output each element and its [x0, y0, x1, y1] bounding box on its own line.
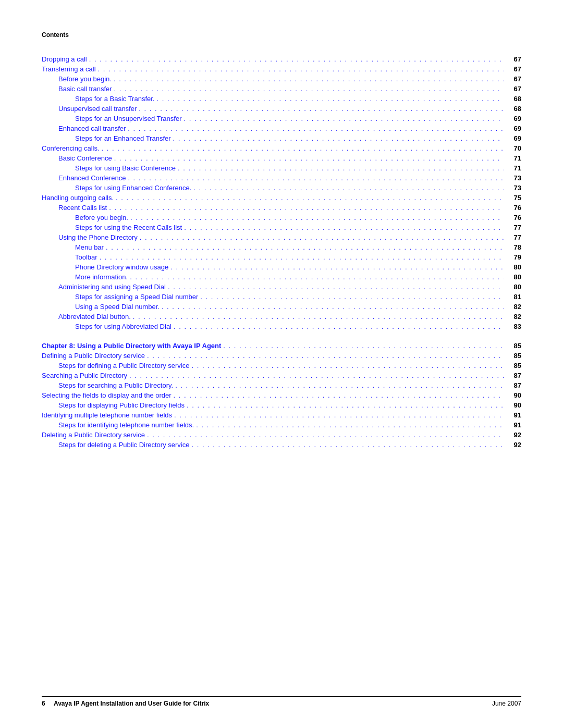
toc-title-steps-basic-transfer[interactable]: Steps for a Basic Transfer.: [75, 95, 154, 103]
toc-dots: . . . . . . . . . . . . . . . . . . . . …: [116, 194, 504, 202]
toc-row[interactable]: Searching a Public Directory . . . . . .…: [42, 371, 521, 380]
toc-row[interactable]: More information. . . . . . . . . . . . …: [42, 272, 521, 282]
toc-title-dropping-a-call[interactable]: Dropping a call: [42, 55, 87, 63]
toc-dots: . . . . . . . . . . . . . . . . . . . . …: [129, 372, 504, 379]
toc-row[interactable]: Abbreviated Dial button. . . . . . . . .…: [42, 312, 521, 322]
toc-page-unsupervised-call-transfer: 68: [506, 105, 521, 113]
toc-row[interactable]: Steps for using Enhanced Conference. . .…: [42, 183, 521, 193]
toc-title-conferencing-calls[interactable]: Conferencing calls.: [42, 144, 100, 152]
footer-date: June 2007: [492, 700, 521, 707]
toc-row[interactable]: Steps for an Enhanced Transfer . . . . .…: [42, 133, 521, 143]
toc-row[interactable]: Steps for displaying Public Directory fi…: [42, 400, 521, 410]
toc-title-steps-enhanced-conference[interactable]: Steps for using Enhanced Conference.: [75, 184, 191, 192]
toc-title-basic-call-transfer[interactable]: Basic call transfer: [58, 85, 112, 93]
toc-title-steps-unsupervised-transfer[interactable]: Steps for an Unsupervised Transfer: [75, 115, 182, 122]
toc-page-steps-enhanced-transfer: 69: [506, 134, 521, 142]
toc-row[interactable]: Dropping a call . . . . . . . . . . . . …: [42, 54, 521, 64]
toc-dots: . . . . . . . . . . . . . . . . . . . . …: [174, 411, 504, 419]
toc-row[interactable]: Toolbar . . . . . . . . . . . . . . . . …: [42, 252, 521, 262]
toc-title-using-phone-directory[interactable]: Using the Phone Directory: [58, 233, 138, 241]
toc-title-steps-telephone-fields[interactable]: Steps for identifying telephone number f…: [58, 421, 194, 429]
toc-page-recent-calls-list: 76: [506, 204, 521, 212]
toc-row[interactable]: Using a Speed Dial number. . . . . . . .…: [42, 302, 521, 312]
toc-title-defining-public-directory[interactable]: Defining a Public Directory service: [42, 352, 145, 360]
toc-title-phone-directory-window-usage[interactable]: Phone Directory window usage: [75, 263, 168, 271]
toc-row[interactable]: Before you begin. . . . . . . . . . . . …: [42, 74, 521, 84]
toc-row[interactable]: Steps for a Basic Transfer. . . . . . . …: [42, 94, 521, 104]
toc-title-enhanced-call-transfer[interactable]: Enhanced call transfer: [58, 125, 126, 132]
toc-title-unsupervised-call-transfer[interactable]: Unsupervised call transfer: [58, 105, 137, 113]
toc-row[interactable]: Steps for identifying telephone number f…: [42, 420, 521, 430]
toc-row[interactable]: Selecting the fields to display and the …: [42, 390, 521, 400]
toc-row[interactable]: Menu bar . . . . . . . . . . . . . . . .…: [42, 242, 521, 252]
toc-title-menu-bar[interactable]: Menu bar: [75, 243, 104, 251]
toc-page-toolbar: 79: [506, 253, 521, 261]
toc-page-steps-deleting-public-directory: 92: [506, 441, 521, 449]
toc-title-basic-conference[interactable]: Basic Conference: [58, 154, 112, 162]
toc-row[interactable]: Basic Conference . . . . . . . . . . . .…: [42, 153, 521, 163]
toc-title-steps-deleting-public-directory[interactable]: Steps for deleting a Public Directory se…: [58, 441, 189, 449]
toc-title-steps-displaying-fields[interactable]: Steps for displaying Public Directory fi…: [58, 401, 185, 409]
toc-title-before-you-begin-1[interactable]: Before you begin.: [58, 75, 112, 83]
toc-title-abbreviated-dial-button[interactable]: Abbreviated Dial button.: [58, 313, 131, 320]
toc-row[interactable]: Deleting a Public Directory service . . …: [42, 430, 521, 440]
toc-page-steps-defining-public-directory: 85: [506, 362, 521, 369]
toc-page-steps-speed-dial-number: 81: [506, 293, 521, 301]
toc-page-steps-telephone-fields: 91: [506, 421, 521, 429]
toc-row[interactable]: Steps for an Unsupervised Transfer . . .…: [42, 114, 521, 124]
toc-dots: . . . . . . . . . . . . . . . . . . . . …: [193, 184, 504, 192]
toc-dots: . . . . . . . . . . . . . . . . . . . . …: [139, 105, 504, 113]
toc-title-steps-basic-conference[interactable]: Steps for using Basic Conference: [75, 164, 176, 172]
toc-row[interactable]: Conferencing calls. . . . . . . . . . . …: [42, 143, 521, 153]
toc-row[interactable]: Before you begin. . . . . . . . . . . . …: [42, 213, 521, 223]
toc-row[interactable]: Steps for searching a Public Directory. …: [42, 380, 521, 390]
toc-row[interactable]: Using the Phone Directory . . . . . . . …: [42, 232, 521, 242]
toc-row[interactable]: Chapter 8: Using a Public Directory with…: [42, 341, 521, 351]
toc-page-searching-public-directory: 87: [506, 372, 521, 379]
toc-row[interactable]: Transferring a call . . . . . . . . . . …: [42, 64, 521, 74]
toc-row[interactable]: Steps for using Basic Conference . . . .…: [42, 163, 521, 173]
toc-dots: . . . . . . . . . . . . . . . . . . . . …: [162, 303, 504, 311]
toc-dots: . . . . . . . . . . . . . . . . . . . . …: [128, 174, 504, 182]
toc-title-identifying-telephone-fields[interactable]: Identifying multiple telephone number fi…: [42, 411, 172, 419]
toc-title-recent-calls-list[interactable]: Recent Calls list: [58, 204, 107, 212]
toc-row[interactable]: Steps for using Abbreviated Dial . . . .…: [42, 322, 521, 331]
toc-title-chapter-8[interactable]: Chapter 8: Using a Public Directory with…: [42, 342, 221, 350]
toc-row[interactable]: Recent Calls list . . . . . . . . . . . …: [42, 203, 521, 213]
toc-row[interactable]: Enhanced call transfer . . . . . . . . .…: [42, 124, 521, 133]
toc-title-steps-abbreviated-dial[interactable]: Steps for using Abbreviated Dial: [75, 323, 172, 330]
toc-row[interactable]: Steps for assigning a Speed Dial number …: [42, 292, 521, 302]
toc-title-admin-speed-dial[interactable]: Administering and using Speed Dial: [58, 283, 166, 291]
toc-row[interactable]: Identifying multiple telephone number fi…: [42, 410, 521, 420]
footer-book-title: Avaya IP Agent Installation and User Gui…: [54, 700, 209, 707]
toc-title-selecting-fields[interactable]: Selecting the fields to display and the …: [42, 391, 172, 399]
toc-title-searching-public-directory[interactable]: Searching a Public Directory: [42, 372, 127, 379]
toc-title-toolbar[interactable]: Toolbar: [75, 253, 97, 261]
toc-row[interactable]: Defining a Public Directory service . . …: [42, 351, 521, 361]
toc-row[interactable]: Phone Directory window usage . . . . . .…: [42, 262, 521, 272]
toc-title-steps-searching-public-directory[interactable]: Steps for searching a Public Directory.: [58, 381, 173, 389]
toc-title-using-speed-dial-number[interactable]: Using a Speed Dial number.: [75, 303, 160, 311]
toc-row[interactable]: Unsupervised call transfer . . . . . . .…: [42, 104, 521, 114]
toc-row[interactable]: Basic call transfer . . . . . . . . . . …: [42, 84, 521, 94]
page-wrapper: Contents Dropping a call . . . . . . . .…: [0, 0, 563, 728]
toc-page-menu-bar: 78: [506, 243, 521, 251]
toc-title-before-you-begin-2[interactable]: Before you begin.: [75, 214, 128, 221]
toc-title-transferring-a-call[interactable]: Transferring a call: [42, 65, 96, 73]
toc-row[interactable]: Steps for using the Recent Calls list . …: [42, 223, 521, 232]
toc-row[interactable]: Steps for defining a Public Directory se…: [42, 361, 521, 371]
toc-dots: . . . . . . . . . . . . . . . . . . . . …: [174, 323, 504, 330]
toc-title-handling-outgoing-calls[interactable]: Handling outgoing calls.: [42, 194, 114, 202]
toc-title-steps-speed-dial-number[interactable]: Steps for assigning a Speed Dial number: [75, 293, 198, 301]
toc-title-more-information[interactable]: More information.: [75, 273, 128, 281]
toc-title-enhanced-conference[interactable]: Enhanced Conference: [58, 174, 126, 182]
toc-row[interactable]: Enhanced Conference . . . . . . . . . . …: [42, 173, 521, 183]
toc-row[interactable]: Administering and using Speed Dial . . .…: [42, 282, 521, 292]
toc-page-steps-abbreviated-dial: 83: [506, 323, 521, 330]
toc-row[interactable]: Handling outgoing calls. . . . . . . . .…: [42, 193, 521, 203]
toc-row[interactable]: Steps for deleting a Public Directory se…: [42, 440, 521, 450]
toc-title-steps-recent-calls[interactable]: Steps for using the Recent Calls list: [75, 224, 182, 231]
toc-title-steps-enhanced-transfer[interactable]: Steps for an Enhanced Transfer: [75, 134, 171, 142]
toc-title-steps-defining-public-directory[interactable]: Steps for defining a Public Directory se…: [58, 362, 189, 369]
toc-title-deleting-public-directory[interactable]: Deleting a Public Directory service: [42, 431, 145, 439]
